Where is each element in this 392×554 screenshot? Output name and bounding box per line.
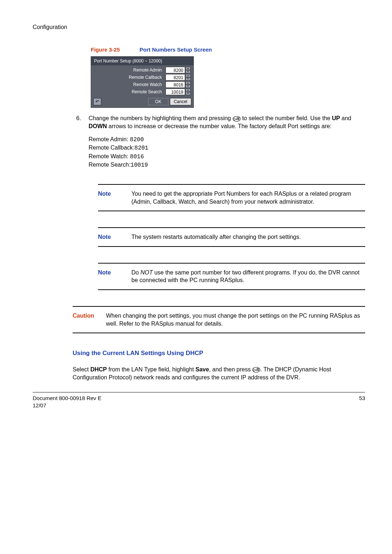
remote-watch-input[interactable]: 8016 (166, 81, 185, 88)
footer-doc: Document 800-00918 Rev E (33, 395, 101, 402)
text: Do (131, 269, 140, 276)
enter-icon: ▷/II (233, 116, 241, 122)
text: use the same port number for two differe… (131, 269, 359, 284)
paragraph-dhcp: Select DHCP from the LAN Type field, hig… (73, 366, 365, 381)
default-value: 8016 (130, 154, 144, 160)
note-label: Note (98, 233, 131, 241)
note-1: Note You need to get the appropriate Por… (98, 184, 365, 211)
text-emphasis: NOT (140, 269, 153, 276)
text: , and then press (209, 366, 252, 372)
figure-caption: Figure 3-25 Port Numbers Setup Screen (91, 46, 365, 54)
remote-admin-input[interactable]: 8200 (166, 67, 185, 73)
step-6: 6. Change the numbers by highlighting th… (76, 114, 365, 130)
figure-number: Figure 3-25 (91, 46, 120, 53)
page-section-header: Configuration (33, 23, 365, 31)
note-text: The system restarts automatically after … (131, 233, 365, 241)
port-label: Remote Search (94, 89, 166, 95)
port-label: Remote Watch (94, 82, 166, 87)
text: Select (73, 366, 90, 372)
note-label: Note (98, 269, 131, 284)
text: from the LAN Type field, highlight (107, 366, 195, 372)
default-value: 8200 (130, 137, 144, 143)
port-label: Remote Admin (94, 67, 166, 73)
caution-box: Caution When changing the port settings,… (73, 306, 365, 333)
text-down: DOWN (89, 123, 107, 129)
footer-left: Document 800-00918 Rev E 12/07 (33, 395, 101, 410)
caution-label: Caution (73, 312, 106, 327)
default-value: 10019 (131, 162, 148, 168)
remote-callback-input[interactable]: 8201 (166, 74, 185, 81)
port-label: Remote Callback (94, 74, 166, 80)
dialog-title: Port Number Setup (8000 ~ 12000) (91, 57, 193, 65)
text-dhcp: DHCP (90, 366, 107, 372)
text: to select the number field. Use the (241, 115, 332, 121)
remote-search-input[interactable]: 10019 (166, 89, 185, 95)
factory-defaults: Remote Admin: 8200 Remote Callback:8201 … (89, 135, 365, 170)
figure-title: Port Numbers Setup Screen (139, 46, 212, 53)
default-label: Remote Search: (89, 162, 131, 168)
note-label: Note (98, 190, 131, 205)
default-value: 8201 (134, 145, 148, 151)
text: and (340, 115, 351, 121)
step-number: 6. (76, 114, 89, 130)
note-text: Do NOT use the same port number for two … (131, 269, 365, 284)
ok-button[interactable]: OK (148, 98, 168, 105)
spinner-icon[interactable]: ▲▼ (185, 89, 191, 95)
default-label: Remote Admin: (89, 136, 130, 142)
port-row-remote-watch: Remote Watch 8016 ▲▼ (94, 81, 191, 88)
caution-text: When changing the port settings, you mus… (106, 312, 365, 327)
port-row-remote-search: Remote Search 10019 ▲▼ (94, 89, 191, 95)
spinner-icon[interactable]: ▲▼ (185, 67, 191, 73)
dialog-body: Remote Admin 8200 ▲▼ Remote Callback 820… (91, 65, 193, 97)
note-text: You need to get the appropriate Port Num… (131, 190, 365, 205)
footer-page: 53 (359, 395, 365, 410)
port-row-remote-callback: Remote Callback 8201 ▲▼ (94, 74, 191, 81)
port-number-setup-dialog: Port Number Setup (8000 ~ 12000) Remote … (91, 56, 194, 108)
note-3: Note Do NOT use the same port number for… (98, 263, 365, 290)
text: arrows to increase or decrease the numbe… (107, 123, 332, 129)
default-label: Remote Callback: (89, 144, 134, 151)
step-text: Change the numbers by highlighting them … (89, 114, 365, 130)
footer-date: 12/07 (33, 402, 101, 409)
enter-icon: ▷/II (252, 367, 260, 372)
section-heading-dhcp: Using the Current LAN Settings Using DHC… (73, 349, 365, 358)
footer-rule (33, 392, 365, 392)
text-up: UP (332, 115, 340, 121)
default-label: Remote Watch: (89, 153, 130, 159)
note-2: Note The system restarts automatically a… (98, 227, 365, 247)
spinner-icon[interactable]: ▲▼ (185, 81, 191, 88)
text: Change the numbers by highlighting them … (89, 115, 233, 121)
port-row-remote-admin: Remote Admin 8200 ▲▼ (94, 67, 191, 73)
spinner-icon[interactable]: ▲▼ (185, 74, 191, 81)
text-save: Save (196, 366, 209, 372)
page-footer: Document 800-00918 Rev E 12/07 53 (33, 395, 365, 410)
dialog-footer: ↶ OK Cancel (91, 97, 193, 107)
back-button[interactable]: ↶ (93, 98, 101, 105)
cancel-button[interactable]: Cancel (170, 98, 191, 105)
